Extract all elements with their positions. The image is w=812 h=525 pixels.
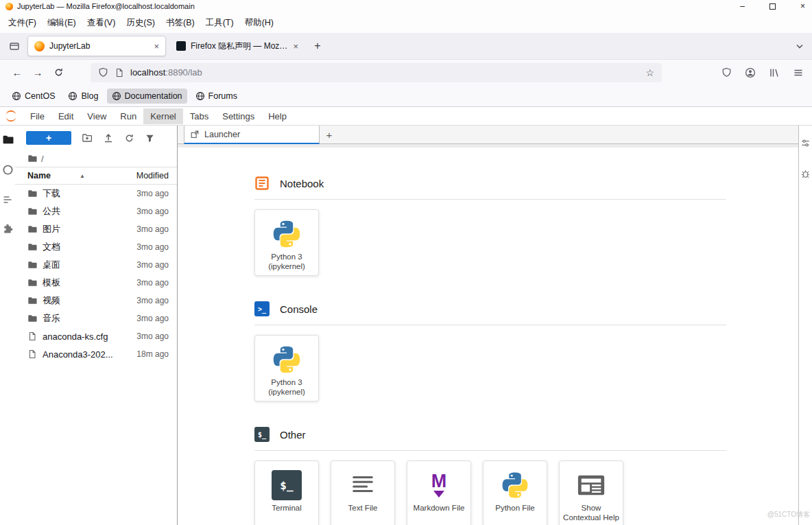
file-row[interactable]: 公共 3mo ago bbox=[15, 202, 177, 220]
folder-icon bbox=[27, 224, 37, 234]
url-bar[interactable]: localhost:8890/lab ☆ bbox=[91, 63, 662, 82]
firefox-navbar: ← → localhost:8890/lab ☆ bbox=[0, 59, 812, 85]
extensions-icon[interactable] bbox=[2, 224, 13, 235]
card-label: Markdown File bbox=[411, 504, 467, 513]
jl-menu-settings[interactable]: Settings bbox=[215, 108, 261, 124]
section-cards: Python 3 (ipykernel) bbox=[254, 335, 726, 401]
file-browser-icon[interactable] bbox=[2, 134, 14, 145]
bookmark-forums[interactable]: Forums bbox=[191, 89, 242, 104]
terminal-icon: $_ bbox=[272, 470, 302, 500]
jl-menu-edit[interactable]: Edit bbox=[51, 108, 80, 124]
file-icon bbox=[27, 331, 37, 341]
home-folder-icon[interactable] bbox=[27, 154, 37, 163]
file-modified: 3mo ago bbox=[136, 296, 169, 305]
section-cards: $_ Terminal Text File M bbox=[254, 460, 726, 525]
minimize-button[interactable]: – bbox=[740, 2, 745, 10]
forward-button[interactable]: → bbox=[27, 63, 48, 82]
sort-ascending-icon[interactable]: ▲ bbox=[80, 173, 85, 179]
right-sidebar bbox=[798, 126, 812, 525]
menu-help[interactable]: 帮助(H) bbox=[239, 14, 279, 32]
menu-bookmarks[interactable]: 书签(B) bbox=[160, 14, 200, 32]
library-icon[interactable] bbox=[767, 64, 781, 82]
file-modified: 18m ago bbox=[136, 349, 169, 359]
protections-shield-icon[interactable] bbox=[719, 64, 733, 82]
jl-menu-kernel[interactable]: Kernel bbox=[143, 108, 183, 124]
file-row[interactable]: 桌面 3mo ago bbox=[15, 256, 177, 274]
filter-button[interactable] bbox=[145, 133, 155, 143]
new-launcher-tab-button[interactable]: + bbox=[320, 126, 339, 143]
refresh-button[interactable] bbox=[124, 133, 134, 143]
table-of-contents-icon[interactable] bbox=[2, 194, 13, 205]
tab-firefox-privacy[interactable]: Firefox 隐私声明 — Mozilla × bbox=[170, 36, 304, 56]
launcher-card-console-python3[interactable]: Python 3 (ipykernel) bbox=[254, 335, 319, 401]
close-button[interactable]: × bbox=[800, 2, 805, 10]
jl-menu-run[interactable]: Run bbox=[113, 108, 143, 124]
card-label: Text File bbox=[346, 504, 380, 513]
file-row[interactable]: 文档 3mo ago bbox=[15, 238, 177, 256]
tab-jupyterlab[interactable]: JupyterLab × bbox=[27, 36, 166, 56]
jl-menu-view[interactable]: View bbox=[80, 108, 113, 124]
launcher-card-contextual-help[interactable]: Show Contextual Help bbox=[559, 460, 623, 525]
launcher-card-notebook-python3[interactable]: Python 3 (ipykernel) bbox=[254, 209, 319, 276]
column-header-modified[interactable]: Modified bbox=[136, 171, 169, 180]
contextual-help-icon bbox=[577, 469, 606, 502]
tab-close-button[interactable]: × bbox=[154, 41, 159, 51]
launcher-card-text-file[interactable]: Text File bbox=[331, 460, 395, 525]
console-icon: >_ bbox=[254, 301, 270, 316]
bookmark-star-icon[interactable]: ☆ bbox=[645, 67, 654, 78]
new-tab-button[interactable]: + bbox=[309, 37, 326, 55]
tracking-protection-icon[interactable] bbox=[98, 67, 108, 78]
card-label: Python 3 (ipykernel) bbox=[266, 378, 307, 397]
firefox-view-button[interactable] bbox=[5, 37, 23, 55]
file-row[interactable]: 模板 3mo ago bbox=[15, 274, 177, 292]
property-inspector-icon[interactable] bbox=[800, 138, 811, 148]
breadcrumb-root[interactable]: / bbox=[41, 154, 44, 164]
menu-history[interactable]: 历史(S) bbox=[121, 14, 160, 32]
list-tabs-chevron-icon[interactable] bbox=[794, 40, 805, 51]
launcher-card-python-file[interactable]: Python File bbox=[483, 460, 547, 525]
file-row[interactable]: 视频 3mo ago bbox=[15, 292, 177, 310]
reload-button[interactable] bbox=[48, 63, 69, 82]
file-row[interactable]: 音乐 3mo ago bbox=[15, 310, 177, 327]
jupyterlab-favicon bbox=[34, 41, 45, 51]
globe-icon bbox=[112, 91, 121, 101]
page-info-icon[interactable] bbox=[115, 68, 124, 78]
account-icon[interactable] bbox=[743, 64, 757, 82]
file-row[interactable]: 图片 3mo ago bbox=[15, 220, 177, 238]
card-label: Show Contextual Help bbox=[560, 504, 623, 522]
debugger-icon[interactable] bbox=[800, 169, 811, 179]
menu-view[interactable]: 查看(V) bbox=[82, 14, 121, 32]
markdown-icon: M bbox=[431, 473, 447, 498]
section-title: Other bbox=[280, 429, 306, 441]
back-button[interactable]: ← bbox=[7, 63, 27, 82]
jl-menu-tabs[interactable]: Tabs bbox=[183, 108, 215, 124]
launcher-section-notebook: Notebook Python 3 (ipykernel) bbox=[254, 175, 726, 276]
jupyterlab-menubar: File Edit View Run Kernel Tabs Settings … bbox=[0, 107, 812, 126]
column-header-name[interactable]: Name bbox=[27, 171, 51, 180]
tab-close-button[interactable]: × bbox=[293, 41, 298, 51]
upload-button[interactable] bbox=[103, 132, 114, 143]
menu-file[interactable]: 文件(F) bbox=[3, 14, 42, 32]
new-folder-button[interactable] bbox=[82, 132, 93, 143]
menu-edit[interactable]: 编辑(E) bbox=[42, 14, 82, 32]
app-menu-button[interactable] bbox=[791, 64, 805, 82]
launcher-card-terminal[interactable]: $_ Terminal bbox=[254, 460, 319, 525]
bookmark-documentation[interactable]: Documentation bbox=[107, 89, 187, 104]
jl-menu-file[interactable]: File bbox=[23, 108, 51, 124]
launcher-tab[interactable]: Launcher bbox=[184, 126, 320, 144]
file-row[interactable]: Anaconda3-202... 18m ago bbox=[15, 345, 177, 363]
launcher-card-markdown-file[interactable]: M Markdown File bbox=[407, 460, 471, 525]
bookmark-label: CentOS bbox=[25, 91, 55, 101]
bookmark-blog[interactable]: Blog bbox=[63, 89, 103, 104]
file-row[interactable]: 下载 3mo ago bbox=[15, 185, 177, 202]
new-launcher-button[interactable]: + bbox=[26, 131, 71, 145]
section-title: Console bbox=[280, 303, 318, 315]
maximize-button[interactable] bbox=[769, 3, 776, 10]
file-modified: 3mo ago bbox=[136, 224, 169, 234]
menu-tools[interactable]: 工具(T) bbox=[200, 14, 239, 32]
bookmarks-bar: CentOS Blog Documentation Forums bbox=[0, 85, 812, 107]
bookmark-centos[interactable]: CentOS bbox=[7, 89, 60, 104]
jl-menu-help[interactable]: Help bbox=[261, 108, 294, 124]
running-kernels-icon[interactable] bbox=[2, 164, 14, 176]
file-row[interactable]: anaconda-ks.cfg 3mo ago bbox=[15, 327, 177, 345]
